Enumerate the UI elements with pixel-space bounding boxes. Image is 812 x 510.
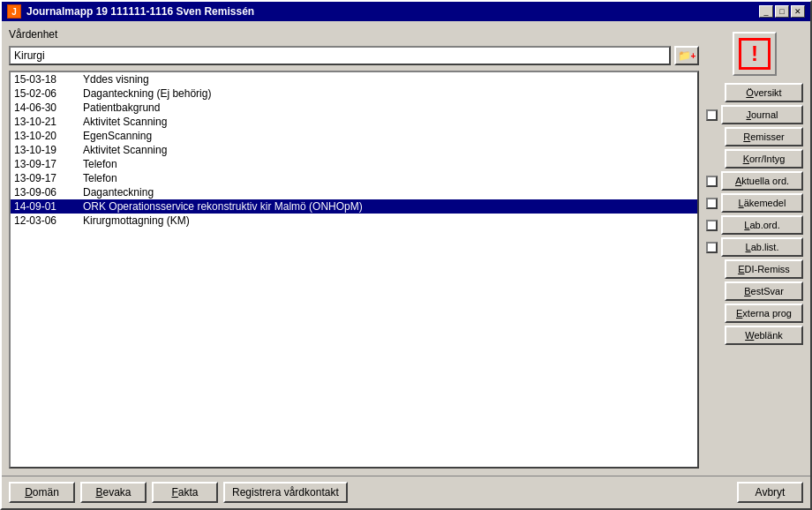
list-item-desc: EgenScanning <box>83 130 694 142</box>
list-item[interactable]: 13-09-17Telefon <box>11 157 697 171</box>
side-btn-row-journal: Journal <box>706 105 803 124</box>
list-item[interactable]: 15-03-18Yddes visning <box>11 72 697 86</box>
lab_ord-button[interactable]: Lab.ord. <box>721 215 803 235</box>
side-btn-row-oversikt: Översikt <box>706 83 803 102</box>
close-button[interactable]: ✕ <box>791 5 805 18</box>
window-title: Journalmapp 19 111111-1116 Sven Remissén <box>26 5 254 18</box>
side-btn-row-externa_prog: Externa prog <box>706 304 803 323</box>
alert-icon-container[interactable]: ! <box>733 32 777 76</box>
checkbox-lakemedel[interactable] <box>706 198 718 209</box>
list-item[interactable]: 13-10-20EgenScanning <box>11 129 697 143</box>
list-item-date: 15-02-06 <box>14 87 76 100</box>
side-btn-row-weblank: Weblänk <box>706 326 803 345</box>
list-item[interactable]: 14-06-30Patientbakgrund <box>11 101 697 115</box>
externa_prog-button[interactable]: Externa prog <box>725 304 803 323</box>
vardenhet-input[interactable] <box>9 46 671 65</box>
alert-icon: ! <box>739 38 771 70</box>
avbryt-label: Avbryt <box>756 486 786 499</box>
list-item-desc: Patientbakgrund <box>83 101 694 114</box>
list-item-date: 13-09-17 <box>14 158 76 170</box>
list-item-date: 12-03-06 <box>14 214 76 227</box>
combo-open-button[interactable]: 📁+ <box>674 46 699 65</box>
window-content: Vårdenhet 📁+ 15-03-18Yddes visning15-02-… <box>2 21 810 476</box>
side-btn-row-korr_intyg: Korr/Intyg <box>706 149 803 169</box>
list-item-desc: Daganteckning (Ej behörig) <box>83 87 694 100</box>
checkbox-lab_ord[interactable] <box>706 220 718 231</box>
checkbox-journal[interactable] <box>706 109 718 121</box>
maximize-button[interactable]: □ <box>775 5 789 18</box>
weblank-button[interactable]: Weblänk <box>725 326 803 345</box>
list-item[interactable]: 13-09-17Telefon <box>11 171 697 185</box>
aktuella_ord-button[interactable]: Aktuella ord. <box>721 171 803 191</box>
bestsvar-button[interactable]: BestSvar <box>725 281 803 301</box>
folder-icon: 📁 <box>678 49 691 62</box>
korr_intyg-button[interactable]: Korr/Intyg <box>725 149 803 169</box>
side-btn-row-edi_remiss: EDI-Remiss <box>706 259 803 279</box>
title-bar: J Journalmapp 19 111111-1116 Sven Remiss… <box>2 2 810 21</box>
edi_remiss-button[interactable]: EDI-Remiss <box>725 259 803 279</box>
window-icon: J <box>7 4 21 19</box>
oversikt-button[interactable]: Översikt <box>725 83 803 102</box>
journal-button[interactable]: Journal <box>721 105 803 124</box>
bottom-bar: Domän Bevaka Fakta Registrera vårdkontak… <box>2 476 810 508</box>
list-item[interactable]: 13-10-19Aktivitet Scanning <box>11 143 697 157</box>
list-item-date: 13-10-21 <box>14 116 76 128</box>
vardenhet-label: Vårdenhet <box>9 28 699 41</box>
bottom-left-buttons: Domän Bevaka Fakta Registrera vårdkontak… <box>9 482 348 503</box>
list-item-date: 13-10-19 <box>14 144 76 156</box>
minimize-button[interactable]: _ <box>759 5 773 18</box>
list-item-date: 14-09-01 <box>14 200 76 213</box>
fakta-button[interactable]: Fakta <box>152 482 218 503</box>
domain-button[interactable]: Domän <box>9 482 75 503</box>
journal-list[interactable]: 15-03-18Yddes visning15-02-06Daganteckni… <box>9 71 699 469</box>
checkbox-aktuella_ord[interactable] <box>706 176 718 187</box>
side-btn-row-lakemedel: Läkemedel <box>706 193 803 213</box>
list-item-date: 13-10-20 <box>14 130 76 142</box>
list-item-date: 13-09-06 <box>14 186 76 199</box>
list-item-desc: Aktivitet Scanning <box>83 116 694 128</box>
list-item-desc: Yddes visning <box>83 73 694 86</box>
list-item-desc: Daganteckning <box>83 186 694 199</box>
side-btn-row-lab_list: Lab.list. <box>706 237 803 257</box>
list-item[interactable]: 13-09-06Daganteckning <box>11 185 697 199</box>
list-item-desc: Telefon <box>83 158 694 170</box>
list-item-date: 13-09-17 <box>14 172 76 184</box>
window-controls: _ □ ✕ <box>759 5 805 18</box>
side-btn-row-remisser: Remisser <box>706 127 803 146</box>
checkbox-lab_list[interactable] <box>706 242 718 253</box>
main-window: J Journalmapp 19 111111-1116 Sven Remiss… <box>0 0 812 510</box>
lab_list-button[interactable]: Lab.list. <box>721 237 803 257</box>
lakemedel-button[interactable]: Läkemedel <box>721 193 803 213</box>
avbryt-button[interactable]: Avbryt <box>737 482 803 503</box>
bevaka-button[interactable]: Bevaka <box>80 482 147 503</box>
side-btn-row-aktuella_ord: Aktuella ord. <box>706 171 803 191</box>
fakta-label: Fakta <box>171 486 198 499</box>
list-item-date: 14-06-30 <box>14 101 76 114</box>
registrera-label: Registrera vårdkontakt <box>232 486 339 499</box>
combo-row: 📁+ <box>9 46 699 65</box>
list-item[interactable]: 14-09-01ORK Operationsservice rekonstruk… <box>11 199 697 214</box>
bevaka-label: Bevaka <box>95 486 131 499</box>
list-item[interactable]: 15-02-06Daganteckning (Ej behörig) <box>11 86 697 101</box>
right-panel: ! ÖversiktJournalRemisserKorr/IntygAktue… <box>706 28 803 469</box>
remisser-button[interactable]: Remisser <box>725 127 803 146</box>
left-panel: Vårdenhet 📁+ 15-03-18Yddes visning15-02-… <box>9 28 699 469</box>
list-item-date: 15-03-18 <box>14 73 76 86</box>
list-item-desc: Kirurgmottagning (KM) <box>83 214 694 227</box>
registrera-button[interactable]: Registrera vårdkontakt <box>223 482 348 503</box>
list-item-desc: Aktivitet Scanning <box>83 144 694 156</box>
list-item[interactable]: 12-03-06Kirurgmottagning (KM) <box>11 214 697 228</box>
list-item-desc: Telefon <box>83 172 694 184</box>
side-btn-row-bestsvar: BestSvar <box>706 281 803 301</box>
domain-label: Domän <box>25 486 59 499</box>
right-buttons: ÖversiktJournalRemisserKorr/IntygAktuell… <box>706 83 803 345</box>
list-item[interactable]: 13-10-21Aktivitet Scanning <box>11 115 697 129</box>
side-btn-row-lab_ord: Lab.ord. <box>706 215 803 235</box>
list-item-desc: ORK Operationsservice rekonstruktiv kir … <box>83 200 694 213</box>
